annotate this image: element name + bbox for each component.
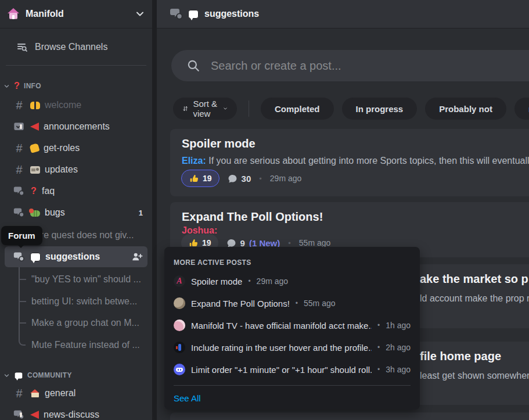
thread-item[interactable]: Make a group chat on M...	[31, 314, 147, 332]
more-active-posts-popup: MORE ACTIVE POSTS Spoiler mode • 29m ago…	[164, 247, 420, 410]
forum-channel-icon	[170, 7, 183, 21]
post-preview-text: If you are serious about getting into mo…	[206, 156, 529, 166]
sidebar-item-news-discuss[interactable]: news-discuss	[5, 405, 147, 420]
chevron-down-icon	[3, 372, 10, 379]
unread-badge: 1	[139, 209, 143, 217]
dot-separator: •	[377, 321, 380, 329]
active-post-title: Manifold TV - have official manifold acc…	[191, 321, 372, 331]
tag-probably-not[interactable]: Probably not	[425, 98, 506, 120]
dot-separator: •	[377, 365, 380, 374]
channel-name: announcements	[44, 121, 143, 132]
active-post-time: 1h ago	[386, 321, 411, 330]
sidebar-item-general[interactable]: # general	[5, 383, 147, 403]
server-icon	[7, 8, 20, 20]
filter-row: Sort & view Completed In progress Probab…	[173, 98, 529, 120]
category-label: INFO	[24, 82, 41, 90]
radio-emoji	[30, 166, 40, 174]
tag-label: Completed	[275, 104, 320, 114]
post-time: 55m ago	[299, 238, 330, 247]
sidebar-item-faq[interactable]: faq	[5, 181, 147, 201]
channel-name: hare quest does not giv...	[30, 230, 143, 240]
server-header[interactable]: Manifold	[0, 0, 152, 28]
channel-name: general	[45, 388, 143, 399]
tag-completed[interactable]: Completed	[261, 98, 334, 120]
active-post-item[interactable]: Include rating in the user hover and the…	[174, 336, 411, 358]
post-preview-fragment: least get shown somewhere	[420, 371, 529, 381]
search-bar[interactable]	[171, 50, 529, 81]
sidebar-item-announcements[interactable]: announcements	[5, 117, 147, 137]
comment-bubble-icon	[228, 174, 237, 184]
post-card-clipped[interactable]	[170, 412, 529, 420]
channel-name: suggestions	[45, 252, 127, 262]
sidebar-item-bugs[interactable]: bugs 1	[5, 203, 147, 222]
house-emoji	[30, 389, 40, 398]
post-card-spoiler-mode[interactable]: Spoiler mode Eliza: If you are serious a…	[170, 129, 529, 196]
active-post-time: 55m ago	[304, 299, 335, 308]
thread-item[interactable]: Mute Feature instead of ...	[31, 336, 147, 354]
thread-connector-branch	[20, 322, 26, 324]
thread-item[interactable]: betting UI: switch betwe...	[31, 293, 147, 310]
avatar	[174, 297, 185, 309]
speech-balloon-emoji	[188, 10, 199, 19]
reaction-count: 19	[202, 238, 211, 247]
speech-balloon-emoji	[30, 253, 41, 261]
thumbs-up-icon	[188, 238, 198, 248]
browse-channels-icon	[16, 41, 28, 53]
comment-count: 30	[228, 174, 251, 184]
active-post-title: Include rating in the user hover and the…	[191, 343, 372, 353]
tag-in-progress[interactable]: In progress	[342, 98, 418, 120]
forum-tooltip: Forum	[1, 226, 42, 245]
comment-count: 9 (1 New)	[226, 238, 280, 248]
avatar	[174, 364, 185, 375]
sidebar-item-suggestions[interactable]: suggestions	[5, 246, 147, 267]
post-preview: Eliza: If you are serious about getting …	[182, 156, 529, 166]
thread-title: Mute Feature instead of ...	[31, 340, 140, 350]
channel-name: bugs	[45, 207, 134, 218]
active-post-item[interactable]: Spoiler mode • 29m ago	[174, 270, 411, 292]
comment-number: 9	[240, 238, 245, 248]
channel-name: welcome	[45, 100, 143, 110]
active-post-title: Expand The Poll Options!	[191, 299, 290, 308]
see-all-link[interactable]: See All	[174, 393, 201, 403]
active-post-item[interactable]: Expand The Poll Options! • 55m ago	[174, 292, 411, 314]
thread-item[interactable]: "buy YES to win" should ...	[31, 271, 147, 288]
hash-icon: #	[16, 387, 22, 400]
question-mark-emoji	[13, 81, 20, 91]
sidebar-item-updates[interactable]: # updates	[5, 160, 147, 180]
post-title-fragment: ake the market so p	[420, 272, 528, 286]
dot-separator: •	[248, 277, 250, 285]
post-title: Spoiler mode	[182, 137, 255, 150]
channel-name: news-discuss	[44, 410, 143, 420]
sort-and-view-button[interactable]: Sort & view	[173, 98, 237, 120]
new-comments-label: (1 New)	[249, 238, 280, 248]
post-title: Expand The Poll Options!	[182, 210, 323, 224]
tag-maybe-one[interactable]: maybe one	[514, 98, 529, 120]
thumbs-up-icon	[189, 174, 199, 184]
category-info[interactable]: INFO	[3, 80, 41, 92]
waving-hand-emoji	[29, 143, 39, 153]
hash-icon: #	[16, 142, 22, 155]
add-member-icon[interactable]	[131, 252, 143, 262]
sidebar-main-divider	[152, 0, 157, 420]
hash-icon: #	[16, 163, 22, 176]
post-preview-fragment: ld account make the prop m	[420, 293, 529, 304]
forum-channel-icon	[13, 207, 25, 218]
comment-bubble-icon	[226, 238, 236, 248]
active-post-time: 2h ago	[386, 343, 411, 352]
filter-divider	[249, 100, 249, 117]
active-post-item[interactable]: Manifold TV - have official manifold acc…	[174, 314, 411, 336]
tag-label: In progress	[356, 104, 404, 114]
active-post-item[interactable]: Limit order "+1 minute" or "+1 hour" sho…	[174, 358, 411, 380]
sidebar-item-welcome[interactable]: # welcome	[5, 95, 147, 115]
sort-label: Sort & view	[193, 99, 218, 119]
thumbs-up-reaction[interactable]: 19	[181, 170, 219, 187]
search-input[interactable]	[210, 59, 444, 73]
category-community[interactable]: COMMUNITY	[3, 369, 72, 381]
thread-title: "buy YES to win" should ...	[31, 274, 141, 285]
dot-separator: •	[288, 239, 291, 247]
popup-divider	[174, 385, 411, 386]
sidebar-item-get-roles[interactable]: # get-roles	[5, 138, 147, 158]
browse-channels-button[interactable]: Browse Channels	[5, 36, 147, 58]
comment-number: 30	[242, 174, 251, 184]
avatar	[174, 342, 185, 353]
